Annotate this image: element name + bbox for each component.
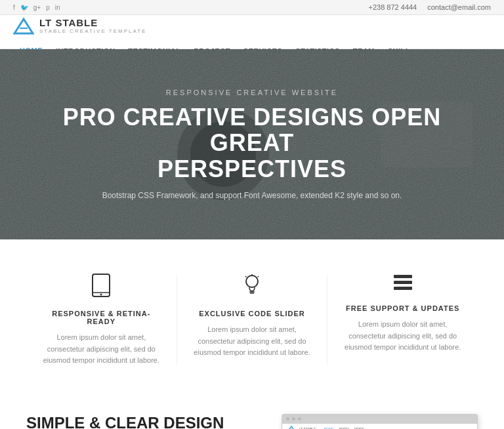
feature-responsive-desc: Lorem ipsum dolor sit amet, consectetur …: [39, 332, 163, 367]
feature-slider-title: EXCLUSIVE CODE SLIDER: [190, 310, 314, 317]
list-icon: [341, 274, 465, 296]
brand[interactable]: LT STABLE STABLE CREATIVE TEMPLATE: [13, 15, 146, 36]
svg-rect-17: [394, 281, 412, 284]
twitter-icon[interactable]: 🐦: [20, 4, 28, 11]
about-section: SIMPLE & CLEAR DESIGN Lorem ipsum dolor …: [0, 401, 504, 429]
feature-responsive-title: RESPONSIVE & RETINA-READY: [39, 310, 163, 325]
linkedin-icon[interactable]: in: [55, 4, 60, 11]
bulb-icon: [190, 274, 314, 302]
brand-name: LT STABLE: [39, 17, 146, 28]
google-plus-icon[interactable]: g+: [33, 4, 41, 11]
feature-slider-desc: Lorem ipsum dolor sit amet, consectetur …: [190, 324, 314, 359]
feature-support: FREE SUPPORT & UPDATES Lorem ipsum dolor…: [327, 263, 478, 377]
brand-sub: STABLE CREATIVE TEMPLATE: [39, 28, 146, 34]
brand-text: LT STABLE STABLE CREATIVE TEMPLATE: [39, 17, 146, 34]
feature-support-desc: Lorem ipsum dolor sit amet, consectetur …: [341, 319, 465, 354]
hero-subtitle: RESPONSIVE CREATIVE WEBSITE: [63, 89, 441, 96]
mockup-logo-icon: [286, 425, 297, 429]
facebook-icon[interactable]: f: [13, 4, 15, 11]
svg-marker-0: [14, 19, 33, 33]
feature-slider: EXCLUSIVE CODE SLIDER Lorem ipsum dolor …: [177, 263, 327, 377]
navbar: LT STABLE STABLE CREATIVE TEMPLATE HOME …: [0, 15, 504, 49]
mockup-container: LT STABLE HOME INTRO MORE TO CREATIVE DE…: [282, 414, 478, 429]
brand-logo: [13, 15, 34, 36]
mockup-main-screen: LT STABLE HOME INTRO MORE TO CREATIVE DE…: [282, 414, 478, 429]
email-address: contact@email.com: [427, 3, 491, 11]
svg-rect-16: [394, 275, 412, 278]
feature-support-title: FREE SUPPORT & UPDATES: [341, 304, 465, 312]
svg-line-14: [245, 276, 247, 277]
svg-point-9: [100, 294, 102, 296]
mockup-dot-1: [286, 417, 289, 420]
mockup-dot-2: [292, 417, 295, 420]
about-text-block: SIMPLE & CLEAR DESIGN Lorem ipsum dolor …: [26, 414, 262, 429]
hero-title: PRO CREATIVE DESIGNS OPEN GREAT PERSPECT…: [63, 104, 441, 182]
feature-responsive: RESPONSIVE & RETINA-READY Lorem ipsum do…: [26, 263, 177, 377]
mockup-titlebar: [282, 415, 477, 424]
contact-info: +238 872 4444 contact@email.com: [369, 3, 491, 11]
social-links[interactable]: f 🐦 g+ p in: [13, 4, 60, 11]
svg-rect-18: [394, 287, 412, 290]
about-mockup-block: LT STABLE HOME INTRO MORE TO CREATIVE DE…: [282, 414, 478, 429]
hero-content: RESPONSIVE CREATIVE WEBSITE PRO CREATIVE…: [37, 89, 467, 201]
hero-description: Bootstrap CSS Framework, and support Fon…: [88, 191, 416, 200]
svg-marker-19: [287, 426, 296, 429]
tablet-icon: [39, 274, 163, 302]
mockup-dot-3: [298, 417, 301, 420]
top-bar: f 🐦 g+ p in +238 872 4444 contact@email.…: [0, 0, 504, 15]
phone-number: +238 872 4444: [369, 3, 417, 11]
svg-rect-7: [93, 274, 110, 296]
mockup-body: LT STABLE HOME INTRO MORE TO CREATIVE DE…: [282, 424, 477, 429]
svg-point-10: [246, 276, 258, 287]
pinterest-icon[interactable]: p: [46, 4, 50, 11]
svg-line-15: [258, 276, 259, 277]
about-title: SIMPLE & CLEAR DESIGN: [26, 414, 262, 429]
hero-section: RESPONSIVE CREATIVE WEBSITE PRO CREATIVE…: [0, 49, 504, 239]
features-section: RESPONSIVE & RETINA-READY Lorem ipsum do…: [0, 239, 504, 401]
mockup-nav: LT STABLE HOME INTRO MORE: [282, 424, 477, 429]
